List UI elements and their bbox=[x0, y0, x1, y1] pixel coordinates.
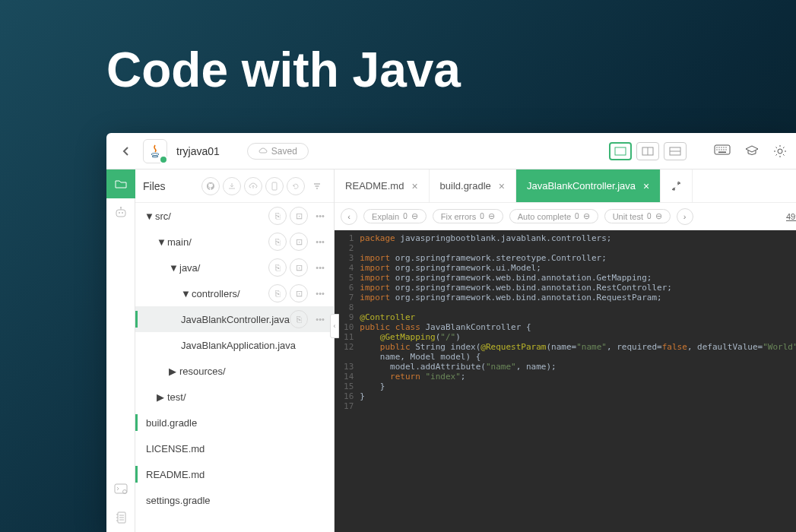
new-file-icon[interactable]: ⎘ bbox=[268, 258, 287, 277]
layout-single-button[interactable] bbox=[609, 142, 632, 160]
new-file-icon[interactable]: ⎘ bbox=[268, 233, 287, 251]
svg-point-12 bbox=[725, 147, 726, 147]
more-icon[interactable]: ••• bbox=[311, 310, 329, 328]
close-icon[interactable]: × bbox=[643, 180, 649, 192]
tab-controller[interactable]: JavaBlankController.java× bbox=[516, 169, 661, 202]
download-icon[interactable] bbox=[223, 177, 241, 195]
rail-folder-button[interactable] bbox=[106, 169, 135, 198]
github-icon[interactable] bbox=[201, 177, 220, 195]
rail-terminal-button[interactable] bbox=[106, 474, 135, 503]
svg-rect-20 bbox=[116, 210, 125, 217]
svg-point-1 bbox=[152, 156, 158, 157]
collapse-panel-button[interactable]: ‹ bbox=[330, 314, 339, 338]
chevron-down-icon: ⊖ bbox=[411, 211, 418, 221]
keyboard-icon[interactable] bbox=[714, 144, 731, 158]
tree-folder-resources[interactable]: ▶resources/ bbox=[135, 358, 334, 384]
line-gutter: 1234567891011121314151617 bbox=[335, 230, 360, 532]
svg-point-17 bbox=[725, 149, 726, 150]
tab-build-gradle[interactable]: build.gradle× bbox=[430, 169, 516, 202]
cloud-icon bbox=[258, 147, 268, 155]
token-count[interactable]: 49938 bbox=[786, 212, 796, 221]
copy-icon[interactable]: ⎘ bbox=[290, 310, 308, 328]
hero-title: Code with Java bbox=[0, 0, 796, 98]
more-icon[interactable]: ••• bbox=[311, 207, 329, 225]
svg-point-8 bbox=[716, 147, 717, 147]
prev-button[interactable]: ‹ bbox=[341, 208, 357, 225]
close-icon[interactable]: × bbox=[411, 180, 417, 192]
tree-file-controller[interactable]: JavaBlankController.java ⎘••• bbox=[135, 306, 334, 332]
svg-point-15 bbox=[721, 149, 721, 150]
more-icon[interactable]: ••• bbox=[311, 258, 329, 277]
saved-indicator: Saved bbox=[247, 143, 309, 160]
new-folder-icon[interactable]: ⊡ bbox=[290, 233, 308, 251]
new-file-icon[interactable]: ⎘ bbox=[268, 284, 287, 302]
more-icon[interactable]: ••• bbox=[311, 233, 329, 251]
svg-point-9 bbox=[718, 147, 719, 147]
svg-point-14 bbox=[718, 149, 719, 150]
topbar: tryjava01 Saved bbox=[106, 133, 796, 169]
svg-rect-18 bbox=[718, 151, 726, 153]
chevron-down-icon: ⊖ bbox=[655, 211, 662, 221]
layout-rows-button[interactable] bbox=[664, 142, 687, 160]
next-button[interactable]: › bbox=[677, 208, 693, 225]
auto-complete-button[interactable]: Auto complete 0 ⊖ bbox=[509, 209, 598, 223]
editor-tabs: README.md× build.gradle× JavaBlankContro… bbox=[335, 169, 796, 203]
file-panel-title: Files bbox=[143, 180, 166, 192]
svg-point-24 bbox=[120, 207, 122, 208]
tree-folder-controllers[interactable]: ▼controllers/ ⎘⊡••• bbox=[135, 280, 334, 306]
fix-errors-button[interactable]: Fix errors 0 ⊖ bbox=[433, 209, 503, 223]
svg-point-16 bbox=[723, 149, 724, 150]
close-icon[interactable]: × bbox=[499, 180, 505, 192]
mobile-icon[interactable] bbox=[265, 177, 284, 195]
tab-tools[interactable] bbox=[661, 169, 693, 202]
cloud-upload-icon[interactable] bbox=[244, 177, 262, 195]
filter-icon[interactable] bbox=[308, 177, 326, 195]
chevron-down-icon: ⊖ bbox=[583, 211, 590, 221]
ai-toolbar: ‹ Explain 0 ⊖ Fix errors 0 ⊖ Auto comple… bbox=[335, 203, 796, 230]
svg-rect-34 bbox=[272, 182, 277, 190]
graduation-icon[interactable] bbox=[744, 144, 760, 158]
left-rail bbox=[106, 169, 135, 532]
back-button[interactable] bbox=[116, 141, 137, 162]
svg-point-10 bbox=[721, 147, 721, 147]
tab-readme[interactable]: README.md× bbox=[335, 169, 429, 202]
rail-notebook-button[interactable] bbox=[106, 503, 135, 532]
svg-point-22 bbox=[122, 212, 123, 214]
file-panel: Files ▼src/ ⎘⊡••• ▼main/ ⎘⊡••• bbox=[135, 169, 335, 532]
new-file-icon[interactable]: ⎘ bbox=[268, 207, 287, 225]
more-icon[interactable]: ••• bbox=[311, 284, 329, 302]
tree-folder-main[interactable]: ▼main/ ⎘⊡••• bbox=[135, 229, 334, 255]
layout-split-button[interactable] bbox=[636, 142, 659, 160]
svg-point-13 bbox=[716, 149, 717, 150]
tree-file-license[interactable]: LICENSE.md bbox=[135, 435, 334, 461]
tree-folder-test[interactable]: ▶test/ bbox=[135, 384, 334, 410]
tree-file-settings-gradle[interactable]: settings.gradle bbox=[135, 487, 334, 513]
new-folder-icon[interactable]: ⊡ bbox=[290, 207, 308, 225]
svg-point-0 bbox=[151, 153, 159, 155]
svg-rect-2 bbox=[615, 147, 626, 155]
project-name: tryjava01 bbox=[176, 145, 220, 157]
new-folder-icon[interactable]: ⊡ bbox=[290, 284, 308, 302]
tree-file-readme[interactable]: README.md bbox=[135, 461, 334, 487]
code-editor[interactable]: 1234567891011121314151617 package javasp… bbox=[335, 230, 796, 532]
tree-file-build-gradle[interactable]: build.gradle bbox=[135, 410, 334, 435]
refresh-icon[interactable] bbox=[287, 177, 305, 195]
editor-area: ‹ README.md× build.gradle× JavaBlankCont… bbox=[335, 169, 796, 532]
svg-point-19 bbox=[778, 149, 782, 154]
tree-file-application[interactable]: JavaBlankApplication.java bbox=[135, 332, 334, 358]
svg-point-21 bbox=[119, 212, 120, 214]
file-tree: ▼src/ ⎘⊡••• ▼main/ ⎘⊡••• ▼java/ ⎘⊡••• ▼c… bbox=[135, 203, 334, 513]
gear-icon[interactable] bbox=[773, 144, 787, 158]
tree-folder-java[interactable]: ▼java/ ⎘⊡••• bbox=[135, 255, 334, 280]
layout-buttons bbox=[609, 142, 687, 160]
code-content[interactable]: package javaspringbootblank.javablank.co… bbox=[360, 230, 796, 532]
chevron-down-icon: ⊖ bbox=[488, 211, 495, 221]
unit-test-button[interactable]: Unit test 0 ⊖ bbox=[604, 209, 671, 223]
explain-button[interactable]: Explain 0 ⊖ bbox=[363, 209, 427, 223]
new-folder-icon[interactable]: ⊡ bbox=[290, 258, 308, 277]
tree-folder-src[interactable]: ▼src/ ⎘⊡••• bbox=[135, 203, 334, 229]
ide-window: tryjava01 Saved Files bbox=[106, 133, 796, 532]
svg-rect-25 bbox=[115, 484, 127, 493]
svg-point-11 bbox=[723, 147, 724, 147]
rail-robot-button[interactable] bbox=[106, 198, 135, 227]
